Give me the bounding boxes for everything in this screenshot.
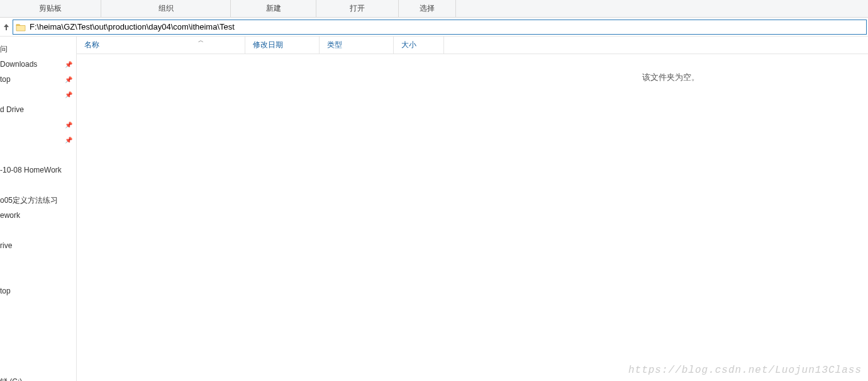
address-bar-row <box>0 18 868 37</box>
sidebar-item[interactable]: -10-08 HomeWork <box>0 162 76 178</box>
ribbon-organize[interactable]: 组织 <box>101 0 230 17</box>
sort-arrow-icon: ︿ <box>198 37 204 45</box>
pin-icon: 📌 <box>65 76 72 83</box>
sidebar-item[interactable]: 问 <box>0 42 76 57</box>
sidebar-item[interactable]: rive <box>0 238 76 253</box>
content-pane: 名称 ︿ 修改日期 类型 大小 该文件夹为空。 <box>77 37 868 381</box>
pin-icon: 📌 <box>65 61 72 68</box>
up-arrow-icon <box>2 23 11 31</box>
sidebar-item[interactable] <box>0 268 76 283</box>
ribbon-open[interactable]: 打开 <box>316 0 398 17</box>
sidebar-gap <box>0 299 76 314</box>
sidebar-item[interactable]: 📌 <box>0 117 76 132</box>
sidebar-item[interactable] <box>0 178 76 193</box>
sidebar: 问 Downloads📌 top📌 📌 d Drive 📌 📌 -10-08 H… <box>0 37 77 381</box>
sidebar-item[interactable]: 📌 <box>0 132 76 147</box>
ribbon-clipboard[interactable]: 剪贴板 <box>0 0 101 17</box>
main-area: 问 Downloads📌 top📌 📌 d Drive 📌 📌 -10-08 H… <box>0 37 868 381</box>
sidebar-item[interactable]: top📌 <box>0 72 76 87</box>
watermark: https://blog.csdn.net/Luojun13Class <box>628 365 862 376</box>
ribbon-bar: 剪贴板 组织 新建 打开 选择 <box>0 0 868 18</box>
column-date[interactable]: 修改日期 <box>245 37 320 54</box>
sidebar-gap <box>0 344 76 359</box>
column-type[interactable]: 类型 <box>320 37 394 54</box>
sidebar-item[interactable]: top <box>0 283 76 299</box>
sidebar-item[interactable]: o05定义方法练习 <box>0 193 76 208</box>
sidebar-gap <box>0 147 76 162</box>
column-name[interactable]: 名称 ︿ <box>77 37 245 54</box>
folder-icon <box>16 22 26 32</box>
sidebar-item-drive-c[interactable]: 鐩 (C:) <box>0 374 76 381</box>
sidebar-item[interactable] <box>0 223 76 238</box>
sidebar-gap <box>0 314 76 329</box>
sidebar-item[interactable]: 📌 <box>0 87 76 102</box>
column-headers: 名称 ︿ 修改日期 类型 大小 <box>77 37 868 54</box>
sidebar-gap <box>0 329 76 344</box>
sidebar-item[interactable] <box>0 253 76 268</box>
ribbon-new[interactable]: 新建 <box>231 0 316 17</box>
pin-icon: 📌 <box>65 137 72 144</box>
sidebar-item-drive[interactable]: d Drive <box>0 102 76 117</box>
address-input[interactable] <box>28 20 866 34</box>
pin-icon: 📌 <box>65 122 72 128</box>
up-button[interactable] <box>0 20 13 35</box>
pin-icon: 📌 <box>65 91 72 98</box>
sidebar-item[interactable]: ework <box>0 208 76 223</box>
empty-folder-message: 该文件夹为空。 <box>473 72 868 83</box>
ribbon-divider <box>455 0 456 17</box>
sidebar-item-downloads[interactable]: Downloads📌 <box>0 57 76 72</box>
address-bar[interactable] <box>13 20 867 35</box>
column-size[interactable]: 大小 <box>394 37 444 54</box>
sidebar-gap <box>0 359 76 374</box>
ribbon-select[interactable]: 选择 <box>399 0 455 17</box>
